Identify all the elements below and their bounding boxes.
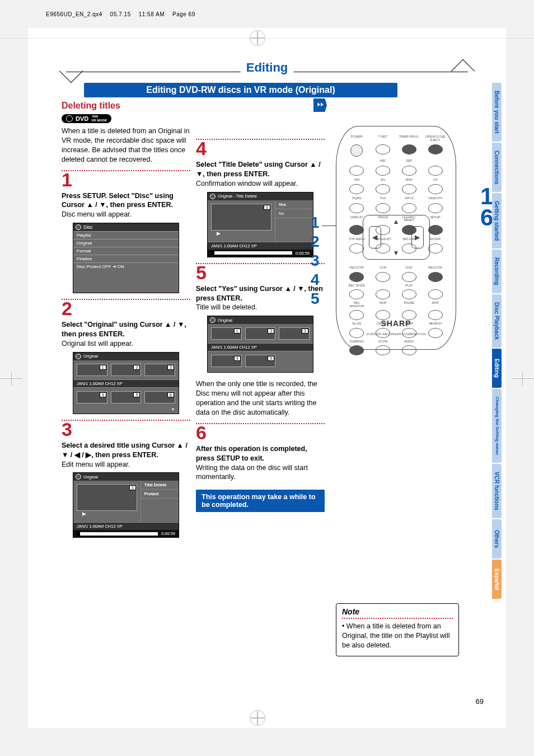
arrow-down-icon: ▼ <box>393 249 400 257</box>
title-thumb: 2 <box>245 327 276 340</box>
tab-vcr-functions[interactable]: VCR functions <box>492 464 502 518</box>
crop-cross-bottom <box>257 711 258 725</box>
remote-button[interactable] <box>428 166 443 176</box>
brand-logo: SHARP <box>336 319 456 328</box>
remote-button[interactable] <box>402 345 416 355</box>
title-thumb: 2 <box>111 364 142 376</box>
remote-button[interactable] <box>349 345 364 355</box>
remote-button[interactable] <box>349 166 364 176</box>
step-5-tail: Title will be deleted. <box>196 303 325 312</box>
confirm-no: No <box>275 209 313 218</box>
edit-option: Title Delete <box>141 481 179 490</box>
remote-button[interactable] <box>428 289 443 299</box>
remote-button[interactable] <box>402 166 416 176</box>
remote-button[interactable] <box>428 184 443 194</box>
rh-time: 11:58 AM <box>139 11 165 17</box>
section-bar: Editing DVD-RW discs in VR mode (Origina… <box>84 83 397 97</box>
tab-editing[interactable]: Editing <box>492 349 502 388</box>
result-panel: Original 1 2 3 JAN/1 1:00AM CH12 XP 4 5 <box>207 316 313 373</box>
remote-button[interactable] <box>376 166 390 176</box>
title-thumb: 4 <box>211 355 242 367</box>
step-2-number: 2 <box>62 299 190 318</box>
btn-label: VIDEO/TV <box>425 197 446 200</box>
remote-button[interactable] <box>349 243 364 253</box>
step-3-tail: Edit menu will appear. <box>62 460 190 469</box>
preview-thumb: 3 <box>211 204 271 231</box>
step-1-head: Press SETUP. Select "Disc" using Cursor … <box>62 191 190 210</box>
thumb-tag: 1 <box>100 365 106 370</box>
tab-before-you-start[interactable]: Before you start <box>492 83 502 142</box>
remote-button[interactable] <box>402 144 416 154</box>
remote-button[interactable] <box>349 272 364 282</box>
remote-button[interactable] <box>428 272 443 282</box>
play-icon: ▶ <box>211 231 271 238</box>
remote-button[interactable] <box>402 203 416 213</box>
original-list-panel: Original 1 2 3 JAN/1 1:00AM CH12 XP 4 5 … <box>73 352 179 414</box>
rh-page: Page 69 <box>172 11 195 17</box>
power-button[interactable] <box>350 144 363 157</box>
tab-connections[interactable]: Connections <box>492 143 502 192</box>
menu-item: Original <box>73 239 179 247</box>
remote-button[interactable] <box>349 184 364 194</box>
thumb-tag: 4 <box>234 356 241 361</box>
panel-title-text: Disc <box>83 224 93 230</box>
remote-button[interactable] <box>349 289 364 299</box>
btn-label <box>346 159 367 163</box>
time-counter: 0:00:59 <box>161 531 175 536</box>
crop-hair-right <box>512 378 534 379</box>
remote-button[interactable] <box>376 144 390 154</box>
callout-num: 1 <box>311 213 320 232</box>
edit-menu-panel: Original 3 ▶ Title Delete Protect JAN/1 … <box>73 472 179 538</box>
panel-meta: JAN/1 1:00AM CH12 XP <box>73 379 179 388</box>
panel-title-text: Original - Title Delete <box>218 194 257 199</box>
btn-label: DEF <box>399 159 420 163</box>
remote-button[interactable] <box>349 225 364 235</box>
tab-espanol[interactable]: Español <box>492 560 502 599</box>
remote-button[interactable] <box>428 144 443 154</box>
remote-callout-right: 1 6 <box>480 185 493 227</box>
btn-label <box>373 284 394 288</box>
btn-label: POWER <box>346 135 367 142</box>
thumb-tag: 5 <box>268 356 274 361</box>
tab-getting-started[interactable]: Getting started <box>492 193 502 248</box>
cursor-dpad[interactable]: ▲ ▼ ◀ ▶ <box>363 215 430 260</box>
step-3-number: 3 <box>62 420 190 439</box>
menu-item: Disc Protect OFF ➔ ON <box>73 262 179 270</box>
title-thumb: 5 <box>245 355 276 367</box>
note-divider <box>342 618 453 619</box>
preview-thumb: 3 <box>77 484 137 511</box>
remote-button[interactable] <box>402 289 416 299</box>
menu-item: Format <box>73 247 179 255</box>
remote-body: POWERT-SETTIMER PROG.OPEN/CLOSE EJECT AB… <box>336 126 456 350</box>
thumb-tag: 3 <box>167 365 174 370</box>
panel-title: Disc <box>73 223 179 231</box>
step-2-tail: Original list will appear. <box>62 339 190 349</box>
remote-button[interactable] <box>376 345 390 355</box>
title-thumb: 1 <box>211 327 242 340</box>
remote-button[interactable] <box>349 203 364 213</box>
enter-button[interactable] <box>428 243 443 253</box>
disc-icon <box>76 474 81 480</box>
btn-label: JKL <box>373 179 394 182</box>
setup-button[interactable] <box>428 225 443 235</box>
confirm-panel: Original - Title Delete 3 ▶ Yes No JAN/1… <box>207 192 313 257</box>
remote-button[interactable] <box>376 203 390 213</box>
intro-text: When a title is deleted from an Original… <box>62 126 190 165</box>
remote-button[interactable] <box>376 272 390 282</box>
btn-label: DVD <box>399 266 420 270</box>
btn-label <box>425 284 446 288</box>
remote-button[interactable] <box>376 184 390 194</box>
tab-others[interactable]: Others <box>492 519 502 558</box>
disc-icon <box>210 194 216 199</box>
continuation-pointer-icon <box>313 98 327 112</box>
tab-changing-settings[interactable]: Changing the Setting menu <box>492 389 502 463</box>
page-title-wrap: Editing <box>241 60 294 75</box>
tab-disc-playback[interactable]: Disc Playback <box>492 294 502 348</box>
tab-recording[interactable]: Recording <box>492 250 502 293</box>
remote-button[interactable] <box>402 272 416 282</box>
step-6-number: 6 <box>196 423 325 442</box>
remote-button[interactable] <box>402 184 416 194</box>
remote-button[interactable] <box>428 203 443 213</box>
remote-button[interactable] <box>376 289 390 299</box>
callout-num: 5 <box>311 289 320 308</box>
